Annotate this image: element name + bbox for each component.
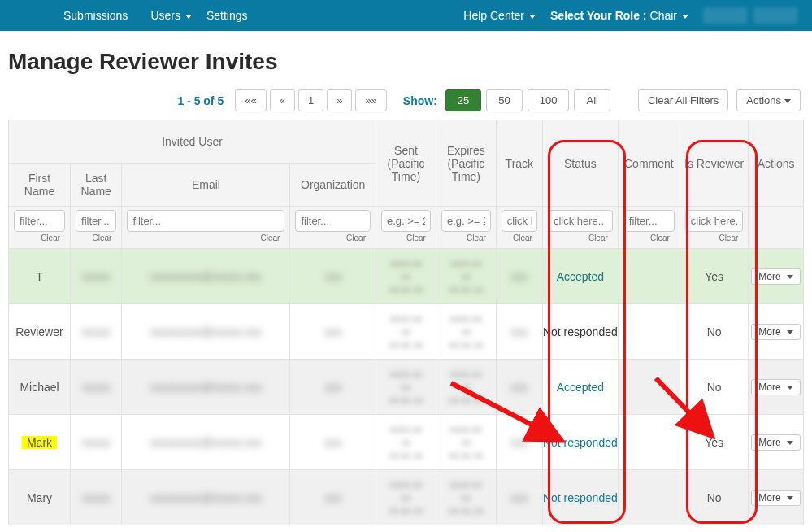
first-name-text: Reviewer [15, 325, 63, 338]
filter-last-name: Clear [71, 207, 122, 249]
filter-clear-link[interactable]: Clear [295, 232, 371, 246]
track-blur: xxx [510, 491, 528, 504]
filter-expires-input[interactable] [441, 210, 491, 232]
table-cell: xxxxx [71, 249, 122, 304]
th-expires[interactable]: Expires (Pacific Time) [436, 120, 496, 207]
nav-help-center-label: Help Center [463, 9, 524, 22]
filter-track-input[interactable] [502, 210, 537, 232]
row-more-button[interactable]: More [751, 268, 801, 285]
th-comment[interactable]: Comment [618, 120, 680, 207]
nav-users[interactable]: Users [150, 9, 192, 22]
th-first-name[interactable]: First Name [9, 164, 71, 207]
track-blur: xxx [510, 381, 528, 394]
filter-clear-link[interactable]: Clear [127, 232, 284, 246]
date-blur: xxxx-xxxxxx:xx xx [436, 368, 496, 406]
th-email[interactable]: Email [122, 164, 290, 207]
filter-clear-link[interactable]: Clear [685, 232, 743, 246]
filter-sent-input[interactable] [381, 210, 431, 232]
table-cell: xxxxx [71, 415, 122, 470]
filter-clear-link[interactable]: Clear [76, 232, 116, 246]
filter-clear-link[interactable]: Clear [381, 232, 431, 246]
row-more-button[interactable]: More [751, 324, 801, 340]
filter-first-name-input[interactable] [14, 210, 65, 232]
table-cell: xxx [290, 470, 376, 525]
filter-comment-input[interactable] [623, 210, 675, 232]
first-name-text: T [36, 270, 43, 283]
invites-table: Invited User Sent (Pacific Time) Expires… [8, 120, 804, 525]
filter-sent: Clear [376, 207, 436, 249]
filter-expires: Clear [436, 207, 496, 249]
email-blur: xxxxxxxxx@xxxxx.xxx [150, 325, 262, 338]
track-blur: xxx [510, 436, 528, 449]
row-more-button[interactable]: More [751, 434, 801, 451]
controls-row: 1 - 5 of 5 «« « 1 » »» Show: 25 50 100 A… [0, 83, 812, 120]
table-row: Maryxxxxxxxxxxxxxx@xxxxx.xxxxxxxxxx-xxxx… [9, 470, 804, 525]
table-cell[interactable]: More [749, 304, 804, 360]
th-track[interactable]: Track [496, 120, 542, 207]
table-cell: xxxx-xxxxxx:xx xx [436, 470, 496, 525]
page-size-all[interactable]: All [574, 89, 610, 111]
actions-menu-button[interactable]: Actions [736, 89, 801, 111]
table-cell[interactable]: More [749, 470, 804, 525]
page-size-50[interactable]: 50 [486, 89, 522, 111]
filter-track: Clear [496, 207, 542, 249]
table-cell: xxxx-xxxxxx:xx xx [376, 415, 436, 470]
pager-prev-button[interactable]: « [270, 89, 295, 111]
table-row: Txxxxxxxxxxxxxx@xxxxx.xxxxxxxxxx-xxxxxx:… [9, 249, 804, 304]
is-reviewer-text: Yes [705, 436, 723, 449]
page-size-100[interactable]: 100 [528, 89, 570, 111]
chevron-down-icon [787, 441, 793, 445]
th-last-name[interactable]: Last Name [71, 164, 122, 207]
table-cell: xxx [496, 470, 542, 525]
nav-role-chair[interactable]: Chair [650, 9, 688, 22]
select-role-label: Select Your Role : [550, 9, 647, 22]
th-status[interactable]: Status [542, 120, 618, 207]
last-name-blur: xxxxx [82, 325, 111, 338]
filter-email-input[interactable] [127, 210, 284, 232]
page-size-25[interactable]: 25 [445, 89, 481, 111]
pager-next-button[interactable]: » [327, 89, 352, 111]
pager-first-button[interactable]: «« [235, 89, 266, 111]
nav-users-label: Users [150, 9, 180, 22]
table-cell: xxx [290, 249, 376, 304]
table-cell: xxx [496, 304, 542, 360]
filter-clear-link[interactable]: Clear [441, 232, 491, 246]
filter-organization: Clear [290, 207, 376, 249]
filter-first-name: Clear [9, 207, 71, 249]
org-blur: xxx [324, 491, 341, 504]
nav-help-center[interactable]: Help Center [463, 9, 536, 22]
row-more-button[interactable]: More [751, 379, 801, 395]
filter-status-input[interactable] [548, 210, 613, 232]
table-cell: No [680, 304, 748, 360]
table-cell: xxx [496, 415, 542, 470]
filter-is-reviewer-input[interactable] [685, 210, 743, 232]
nav-submissions[interactable]: Submissions [63, 9, 128, 22]
date-blur: xxxx-xxxxxx:xx xx [436, 479, 496, 517]
filter-organization-input[interactable] [295, 210, 371, 232]
first-name-text: Mark [22, 436, 57, 449]
table-cell[interactable]: More [749, 249, 804, 304]
is-reviewer-text: No [707, 325, 722, 338]
th-is-reviewer[interactable]: Is Reviewer [680, 120, 748, 207]
table-cell [618, 470, 680, 525]
last-name-blur: xxxxx [82, 381, 111, 394]
filter-actions-empty [749, 207, 804, 249]
filter-clear-link[interactable]: Clear [548, 232, 613, 246]
nav-settings[interactable]: Settings [206, 9, 248, 22]
filter-clear-link[interactable]: Clear [502, 232, 537, 246]
row-more-button[interactable]: More [751, 490, 801, 506]
clear-all-filters-button[interactable]: Clear All Filters [638, 89, 728, 111]
table-cell[interactable]: More [749, 415, 804, 470]
filter-clear-link[interactable]: Clear [623, 232, 675, 246]
filter-clear-link[interactable]: Clear [14, 232, 65, 246]
chevron-down-icon [787, 275, 793, 279]
filter-last-name-input[interactable] [76, 210, 116, 232]
pager-last-button[interactable]: »» [355, 89, 386, 111]
table-cell[interactable]: More [749, 360, 804, 415]
pager-page-button[interactable]: 1 [298, 89, 323, 111]
status-text: Not responded [543, 436, 618, 449]
page-title: Manage Reviewer Invites [0, 31, 812, 83]
th-sent[interactable]: Sent (Pacific Time) [376, 120, 436, 207]
th-organization[interactable]: Organization [290, 164, 376, 207]
table-cell: xxxxxxxxx@xxxxx.xxx [122, 470, 290, 525]
